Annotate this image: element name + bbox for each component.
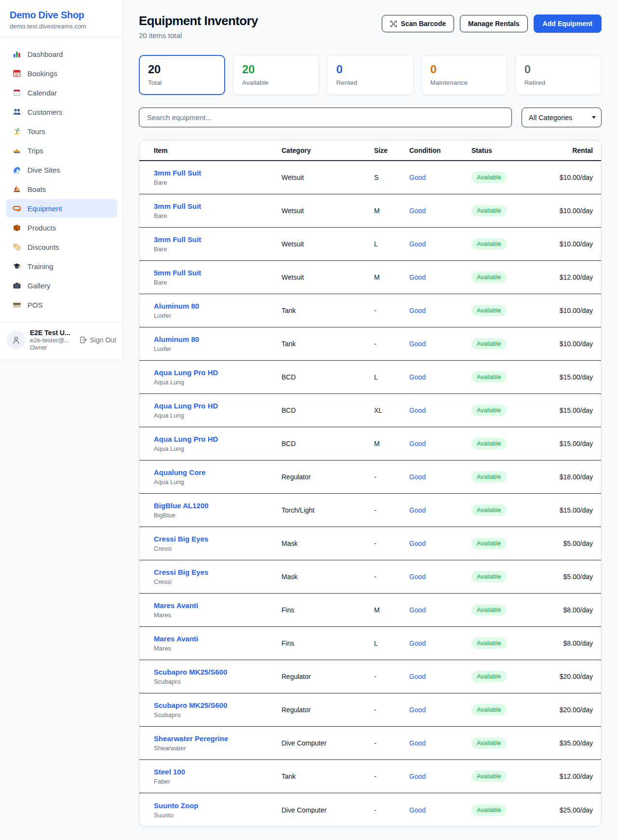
sidebar-item-products[interactable]: Products [6, 218, 117, 237]
item-name-link[interactable]: BigBlue AL1200 [154, 501, 209, 510]
condition-link[interactable]: Good [409, 772, 426, 780]
item-rental-rate: $25.00/day [549, 806, 593, 814]
condition-link[interactable]: Good [409, 806, 426, 814]
sidebar: Demo Dive Shop demo.test.divestreams.com… [0, 0, 123, 360]
item-size: - [374, 340, 409, 348]
condition-link[interactable]: Good [409, 540, 426, 547]
sidebar-item-trips[interactable]: Trips [6, 141, 117, 160]
stat-card-available[interactable]: 20 Available [233, 55, 319, 95]
column-header-condition: Condition [409, 147, 471, 154]
item-name-link[interactable]: Shearwater Peregrine [154, 734, 228, 743]
main-content: Equipment Inventory 20 items total Scan … [123, 0, 617, 839]
condition-link[interactable]: Good [409, 739, 426, 747]
stat-card-rented[interactable]: 0 Rented [327, 55, 413, 95]
condition-link[interactable]: Good [409, 340, 426, 348]
sidebar-item-tours[interactable]: Tours [6, 122, 117, 140]
column-header-item: Item [154, 147, 282, 154]
brand-title[interactable]: Demo Dive Shop [10, 10, 113, 21]
item-brand: Faber [154, 778, 282, 785]
user-email: e2e-tester@... [30, 337, 75, 344]
sidebar-item-dive-sites[interactable]: Dive Sites [6, 161, 117, 179]
condition-link[interactable]: Good [409, 273, 426, 281]
item-name-link[interactable]: Scubapro MK25/S600 [154, 668, 228, 676]
user-info: E2E Test U... e2e-tester@... Owner [30, 329, 75, 351]
item-name-link[interactable]: Cressi Big Eyes [154, 568, 208, 576]
stat-card-total[interactable]: 20 Total [139, 55, 225, 95]
item-brand: Scubapro [154, 711, 282, 718]
condition-link[interactable]: Good [409, 307, 426, 314]
sidebar-item-dashboard[interactable]: Dashboard [6, 45, 117, 63]
item-brand: Mares [154, 611, 282, 619]
item-name-link[interactable]: Steel 100 [154, 768, 185, 776]
status-badge: Available [471, 704, 507, 716]
item-name-link[interactable]: Scubapro MK25/S600 [154, 701, 228, 709]
sidebar-item-gallery[interactable]: Gallery [6, 276, 117, 295]
condition-link[interactable]: Good [409, 639, 426, 647]
item-name-link[interactable]: 3mm Full Suit [154, 235, 201, 244]
item-name-link[interactable]: Aluminum 80 [154, 335, 199, 343]
item-name-link[interactable]: Aqualung Core [154, 468, 206, 476]
item-name-link[interactable]: Cressi Big Eyes [154, 535, 208, 543]
search-input[interactable] [139, 108, 512, 127]
tag-icon [13, 243, 21, 251]
item-category: BCD [282, 406, 374, 414]
condition-link[interactable]: Good [409, 673, 426, 680]
item-brand: Cressi [154, 578, 282, 585]
item-size: M [374, 440, 409, 447]
item-name-link[interactable]: Aqua Lung Pro HD [154, 435, 218, 443]
sidebar-item-discounts[interactable]: Discounts [6, 238, 117, 256]
sign-out-button[interactable]: Sign Out [80, 336, 116, 344]
condition-link[interactable]: Good [409, 706, 426, 714]
condition-link[interactable]: Good [409, 406, 426, 414]
item-name-link[interactable]: Mares Avanti [154, 635, 198, 643]
item-category: Tank [282, 307, 374, 314]
condition-link[interactable]: Good [409, 373, 426, 381]
condition-link[interactable]: Good [409, 573, 426, 581]
item-name-link[interactable]: Aqua Lung Pro HD [154, 402, 218, 410]
table-row: Mares Avanti Mares Fins L Good Available… [139, 627, 601, 660]
condition-link[interactable]: Good [409, 174, 426, 181]
stat-card-retired[interactable]: 0 Retired [515, 55, 602, 95]
sign-out-label: Sign Out [90, 336, 116, 344]
item-name-link[interactable]: Aqua Lung Pro HD [154, 368, 218, 377]
condition-link[interactable]: Good [409, 207, 426, 215]
item-size: M [374, 207, 409, 215]
item-name-link[interactable]: 3mm Full Suit [154, 169, 201, 177]
table-row: Shearwater Peregrine Shearwater Dive Com… [139, 727, 601, 760]
condition-link[interactable]: Good [409, 440, 426, 447]
condition-link[interactable]: Good [409, 606, 426, 614]
item-name-link[interactable]: Mares Avanti [154, 601, 198, 610]
item-name-link[interactable]: 5mm Full Suit [154, 269, 201, 277]
scan-barcode-button[interactable]: Scan Barcode [382, 15, 454, 32]
sidebar-item-pos[interactable]: POS [6, 296, 117, 314]
package-icon [13, 223, 21, 232]
item-name-link[interactable]: 3mm Full Suit [154, 202, 201, 210]
condition-link[interactable]: Good [409, 473, 426, 481]
item-rental-rate: $10.00/day [549, 307, 593, 314]
item-size: XL [374, 406, 409, 414]
sidebar-item-customers[interactable]: Customers [6, 103, 117, 121]
sidebar-item-equipment[interactable]: Equipment [6, 199, 117, 217]
sidebar-item-training[interactable]: Training [6, 257, 117, 275]
manage-rentals-button[interactable]: Manage Rentals [460, 15, 528, 32]
sidebar-item-bookings[interactable]: 17 Bookings [6, 64, 117, 82]
table-row: Cressi Big Eyes Cressi Mask - Good Avail… [139, 560, 601, 594]
table-row: Aqua Lung Pro HD Aqua Lung BCD L Good Av… [139, 361, 601, 394]
item-category: Regulator [282, 473, 374, 481]
add-equipment-button[interactable]: Add Equipment [534, 14, 602, 33]
item-size: L [374, 639, 409, 647]
sidebar-item-boats[interactable]: Boats [6, 180, 117, 198]
condition-link[interactable]: Good [409, 240, 426, 248]
condition-link[interactable]: Good [409, 506, 426, 514]
sailboat-icon [13, 185, 21, 193]
stat-card-maintenance[interactable]: 0 Maintenance [421, 55, 508, 95]
category-select[interactable]: All Categories [522, 108, 602, 127]
table-row: Steel 100 Faber Tank - Good Available $1… [139, 760, 601, 793]
item-name-link[interactable]: Aluminum 80 [154, 302, 199, 310]
sidebar-item-calendar[interactable]: Calendar [6, 83, 117, 102]
item-size: - [374, 573, 409, 581]
page: Demo Dive Shop demo.test.divestreams.com… [0, 0, 617, 840]
table-row: Aluminum 80 Luxfer Tank - Good Available… [139, 327, 601, 361]
item-name-link[interactable]: Suunto Zoop [154, 801, 198, 810]
table-row: Scubapro MK25/S600 Scubapro Regulator - … [139, 693, 601, 727]
